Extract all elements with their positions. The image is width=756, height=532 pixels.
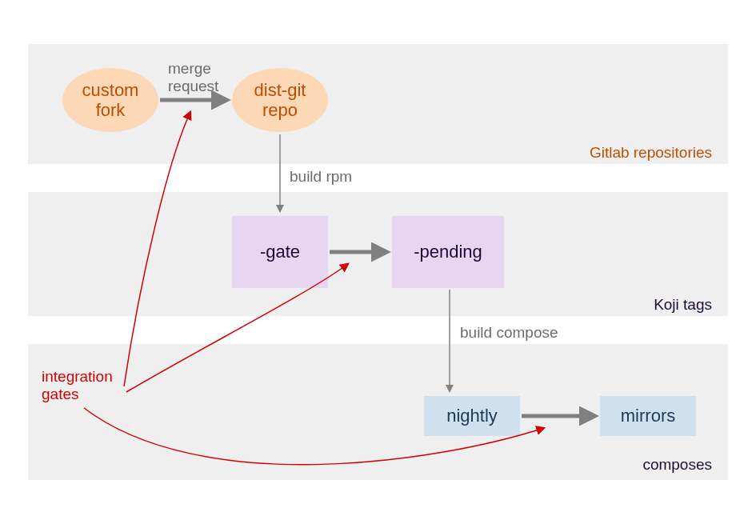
node-custom-fork: custom fork [62,68,158,132]
node-dist-git: dist-git repo [232,68,328,132]
lane-label-koji: Koji tags [654,296,712,314]
node-nightly: nightly [424,396,520,436]
node-nightly-label: nightly [446,406,498,426]
lane-label-gitlab: Gitlab repositories [590,144,712,162]
annotation-integration-gates: integration gates [42,368,113,403]
node-dist-git-label: dist-git repo [254,80,306,121]
node-gate-tag: -gate [232,216,328,288]
diagram-canvas: Gitlab repositories Koji tags composes c… [0,0,756,532]
edge-label-build-rpm: build rpm [290,168,352,186]
swimlane-koji [28,192,728,316]
node-pending-tag-label: -pending [414,242,482,262]
node-gate-tag-label: -gate [260,242,300,262]
node-mirrors: mirrors [600,396,696,436]
lane-label-composes: composes [642,456,712,474]
node-pending-tag: -pending [392,216,504,288]
edge-label-merge-request: merge request [168,60,218,95]
edge-label-build-compose: build compose [460,324,558,342]
node-custom-fork-label: custom fork [82,80,139,121]
node-mirrors-label: mirrors [621,406,675,426]
